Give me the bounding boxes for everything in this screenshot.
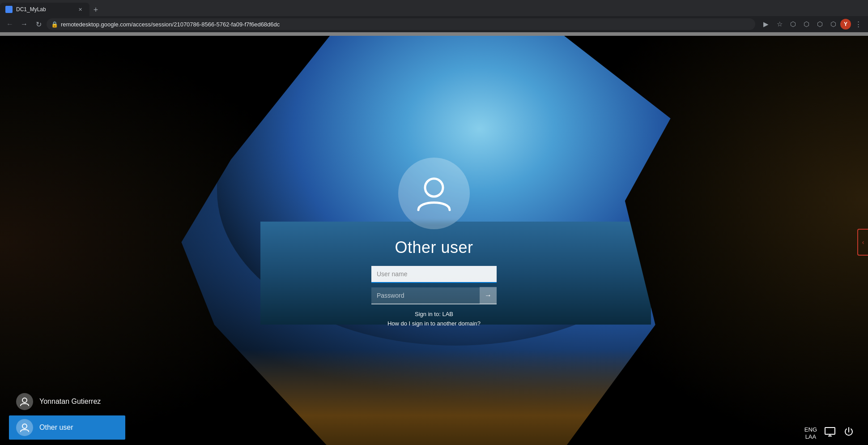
sign-in-to-label: Sign in to: LAB bbox=[415, 311, 453, 317]
bookmark-icon[interactable]: ☆ bbox=[773, 18, 786, 30]
monitor-icon[interactable] bbox=[824, 426, 836, 441]
extension-icon-3[interactable]: ⬡ bbox=[813, 18, 826, 30]
extension-icon-4[interactable]: ⬡ bbox=[827, 18, 839, 30]
browser-chrome: DC1_MyLab ✕ + ← → ↻ 🔒 remotedesktop.goog… bbox=[0, 0, 868, 32]
user-name-other: Other user bbox=[39, 424, 73, 432]
svg-point-1 bbox=[22, 398, 27, 402]
user-avatar-circle bbox=[398, 158, 470, 229]
user-avatar-yonnatan bbox=[16, 393, 33, 410]
svg-rect-3 bbox=[825, 428, 835, 434]
back-button[interactable]: ← bbox=[4, 18, 16, 30]
user-name-yonnatan: Yonnatan Gutierrez bbox=[39, 398, 101, 406]
tab-bar: DC1_MyLab ✕ + bbox=[0, 0, 868, 16]
username-input[interactable] bbox=[371, 266, 497, 283]
domain-link[interactable]: How do I sign in to another domain? bbox=[387, 320, 481, 327]
user-name-title: Other user bbox=[395, 238, 473, 257]
user-item-other[interactable]: Other user bbox=[9, 415, 125, 440]
power-icon[interactable] bbox=[843, 426, 855, 441]
user-list: Yonnatan Gutierrez Other user bbox=[9, 389, 125, 440]
language-line2: LAA bbox=[805, 433, 817, 441]
reload-button[interactable]: ↻ bbox=[32, 18, 45, 30]
login-center: Other user → Sign in to: LAB How do I si… bbox=[362, 158, 506, 327]
nav-bar: ← → ↻ 🔒 remotedesktop.google.com/access/… bbox=[0, 16, 868, 32]
svg-point-0 bbox=[425, 179, 443, 197]
new-tab-button[interactable]: + bbox=[89, 4, 102, 16]
language-line1: ENG bbox=[804, 426, 817, 433]
password-row: → bbox=[371, 287, 497, 304]
login-screen: Other user → Sign in to: LAB How do I si… bbox=[0, 36, 868, 445]
nav-icons-right: ▶ ☆ ⬡ ⬡ ⬡ ⬡ Y ⋮ bbox=[757, 18, 864, 30]
system-tray: ENG LAA bbox=[804, 426, 855, 441]
address-bar[interactable]: 🔒 remotedesktop.google.com/access/sessio… bbox=[47, 18, 755, 30]
side-panel-toggle-button[interactable]: ‹ bbox=[857, 229, 868, 256]
extension-icon-2[interactable]: ⬡ bbox=[800, 18, 813, 30]
tab-favicon bbox=[5, 6, 13, 13]
user-avatar-other bbox=[16, 419, 33, 436]
profile-button[interactable]: Y bbox=[840, 19, 851, 30]
language-indicator[interactable]: ENG LAA bbox=[804, 426, 817, 440]
forward-button[interactable]: → bbox=[18, 18, 30, 30]
user-avatar-icon bbox=[414, 173, 454, 214]
tab-title: DC1_MyLab bbox=[16, 6, 72, 13]
cast-icon[interactable]: ▶ bbox=[760, 18, 772, 30]
remote-toolbar bbox=[0, 32, 868, 36]
svg-point-2 bbox=[22, 424, 27, 428]
tab-close-button[interactable]: ✕ bbox=[76, 5, 84, 13]
url-text: remotedesktop.google.com/access/session/… bbox=[61, 21, 751, 28]
lock-icon: 🔒 bbox=[51, 21, 58, 28]
password-submit-button[interactable]: → bbox=[480, 287, 497, 304]
password-input[interactable] bbox=[371, 287, 480, 304]
menu-button[interactable]: ⋮ bbox=[852, 18, 864, 30]
extension-icon-1[interactable]: ⬡ bbox=[787, 18, 799, 30]
user-item-yonnatan[interactable]: Yonnatan Gutierrez bbox=[9, 389, 125, 414]
active-tab[interactable]: DC1_MyLab ✕ bbox=[0, 3, 89, 16]
